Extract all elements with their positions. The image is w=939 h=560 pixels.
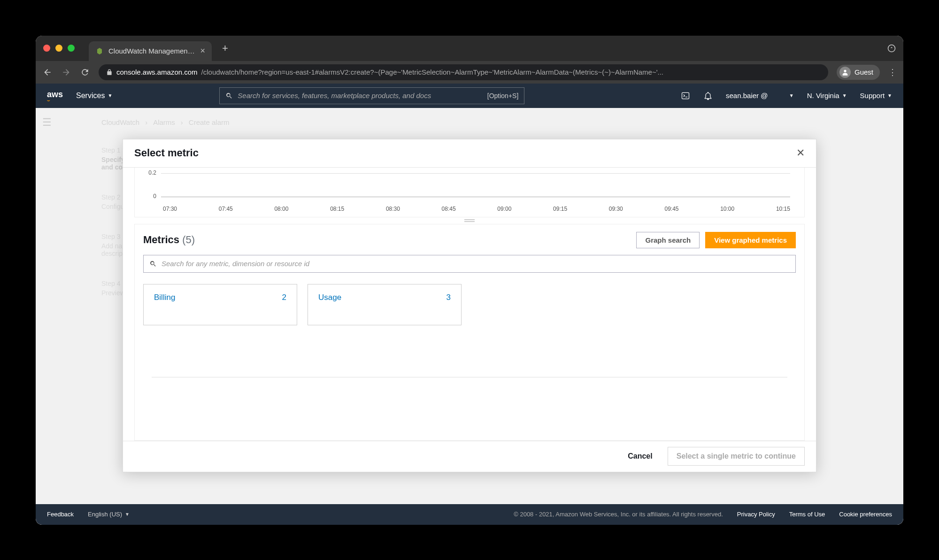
search-shortcut: [Option+S] (487, 92, 519, 100)
copyright: © 2008 - 2021, Amazon Web Services, Inc.… (514, 511, 723, 518)
account-menu[interactable]: sean.baier @ ▼ (726, 92, 794, 100)
search-icon (225, 92, 233, 100)
language-label: English (US) (88, 511, 122, 518)
region-label: N. Virginia (807, 92, 839, 100)
aws-footer: Feedback English (US)▼ © 2008 - 2021, Am… (36, 504, 903, 525)
divider (152, 377, 787, 377)
chart-preview: 0.2 0 07:30 07:45 08:00 08:15 08:30 08:4… (134, 168, 805, 217)
cookie-link[interactable]: Cookie preferences (839, 511, 892, 518)
terms-link[interactable]: Terms of Use (789, 511, 825, 518)
browser-overflow-icon[interactable] (887, 44, 896, 53)
user-label: sean.baier @ (726, 92, 768, 100)
metrics-label: Metrics (143, 234, 179, 245)
view-graphed-metrics-button[interactable]: View graphed metrics (705, 232, 796, 248)
page-body: ☰ CloudWatch › Alarms › Create alarm Ste… (36, 108, 903, 525)
browser-tab[interactable]: CloudWatch Management Cons × (89, 41, 212, 61)
cloudwatch-favicon (95, 47, 104, 55)
x-tick: 07:45 (219, 206, 233, 212)
window-controls (43, 45, 75, 52)
support-menu[interactable]: Support▼ (860, 92, 892, 100)
notifications-icon[interactable] (703, 91, 713, 100)
x-tick: 10:15 (776, 206, 790, 212)
services-menu[interactable]: Services▼ (76, 92, 112, 100)
profile-chip[interactable]: Guest (837, 65, 880, 80)
metric-search[interactable] (143, 255, 796, 273)
modal-title: Select metric (134, 147, 199, 159)
metric-search-input[interactable] (162, 260, 790, 268)
x-tick: 09:30 (609, 206, 623, 212)
privacy-link[interactable]: Privacy Policy (737, 511, 775, 518)
chart-y-axis: 0.2 0 (144, 168, 156, 208)
cloudshell-icon[interactable] (681, 91, 690, 100)
graph-search-button[interactable]: Graph search (636, 232, 700, 248)
modal-footer: Cancel Select a single metric to continu… (123, 441, 816, 472)
lock-icon (106, 69, 113, 76)
caret-down-icon: ▼ (789, 93, 794, 98)
support-label: Support (860, 92, 885, 100)
url-path: /cloudwatch/home?region=us-east-1#alarms… (201, 68, 663, 76)
feedback-link[interactable]: Feedback (47, 511, 74, 518)
y-tick: 0.2 (144, 169, 156, 184)
language-selector[interactable]: English (US)▼ (88, 511, 130, 518)
forward-icon[interactable] (61, 67, 71, 77)
caret-down-icon: ▼ (842, 93, 847, 98)
url-host: console.aws.amazon.com (116, 68, 198, 76)
resize-handle[interactable] (123, 217, 816, 224)
window-minimize[interactable] (55, 45, 62, 52)
metrics-actions: Graph search View graphed metrics (636, 232, 796, 248)
window-close[interactable] (43, 45, 50, 52)
x-axis-line (161, 197, 790, 197)
chart-x-axis: 07:30 07:45 08:00 08:15 08:30 08:45 09:0… (163, 206, 790, 212)
gridline (161, 173, 790, 174)
footer-right: © 2008 - 2021, Amazon Web Services, Inc.… (514, 511, 892, 518)
y-tick: 0 (144, 193, 156, 208)
x-tick: 08:00 (274, 206, 288, 212)
x-tick: 09:45 (664, 206, 678, 212)
metric-cards: Billing 2 Usage 3 (143, 284, 796, 325)
x-tick: 09:15 (553, 206, 567, 212)
browser-window: CloudWatch Management Cons × + console.a… (36, 36, 903, 525)
aws-top-nav: aws⌣ Services▼ Search for services, feat… (36, 84, 903, 108)
search-icon (149, 260, 157, 268)
aws-nav-right: sean.baier @ ▼ N. Virginia▼ Support▼ (681, 91, 892, 100)
reload-icon[interactable] (80, 67, 90, 77)
modal-header: Select metric ✕ (123, 139, 816, 168)
aws-search[interactable]: Search for services, features, marketpla… (219, 87, 524, 104)
x-tick: 09:00 (497, 206, 511, 212)
card-count: 2 (282, 293, 286, 302)
cancel-button[interactable]: Cancel (622, 448, 658, 464)
continue-button: Select a single metric to continue (668, 447, 805, 466)
url-bar[interactable]: console.aws.amazon.com/cloudwatch/home?r… (99, 64, 828, 80)
window-maximize[interactable] (68, 45, 75, 52)
x-tick: 07:30 (163, 206, 177, 212)
close-icon[interactable]: ✕ (796, 147, 805, 159)
new-tab-button[interactable]: + (222, 42, 228, 54)
drag-handle-icon (464, 219, 475, 222)
profile-label: Guest (854, 68, 873, 76)
select-metric-modal: Select metric ✕ 0.2 0 07:30 07:45 08:00 … (123, 139, 816, 472)
x-tick: 10:00 (720, 206, 734, 212)
avatar-icon (839, 67, 851, 78)
caret-down-icon: ▼ (125, 512, 130, 517)
aws-logo[interactable]: aws⌣ (47, 90, 63, 101)
browser-tab-strip: CloudWatch Management Cons × + (36, 36, 903, 61)
caret-down-icon: ▼ (887, 93, 892, 98)
back-icon[interactable] (42, 67, 53, 77)
metric-card-billing[interactable]: Billing 2 (143, 284, 297, 325)
browser-omnibar: console.aws.amazon.com/cloudwatch/home?r… (36, 61, 903, 84)
services-label: Services (76, 92, 105, 100)
tab-title: CloudWatch Management Cons (108, 47, 195, 55)
card-count: 3 (446, 293, 451, 302)
browser-menu-icon[interactable]: ⋮ (888, 67, 897, 77)
svg-point-0 (888, 45, 895, 52)
card-name: Usage (318, 293, 341, 302)
metrics-header: Metrics (5) Graph search View graphed me… (143, 232, 796, 248)
x-tick: 08:45 (442, 206, 456, 212)
x-tick: 08:15 (330, 206, 344, 212)
metric-card-usage[interactable]: Usage 3 (308, 284, 462, 325)
metrics-title: Metrics (5) (143, 234, 195, 246)
x-tick: 08:30 (386, 206, 400, 212)
tab-close-icon[interactable]: × (200, 46, 205, 56)
metrics-count: (5) (182, 234, 195, 245)
region-menu[interactable]: N. Virginia▼ (807, 92, 847, 100)
